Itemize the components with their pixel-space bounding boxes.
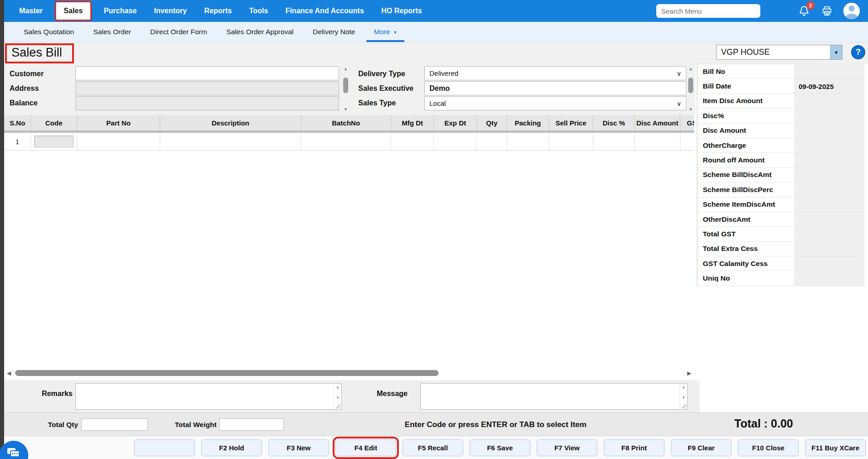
print-button[interactable] <box>821 5 833 17</box>
submenu-delivery-note[interactable]: Delivery Note <box>303 22 365 42</box>
sales-executive-field[interactable]: Demo <box>424 81 686 95</box>
scroll-down-icon[interactable]: ▼ <box>342 107 350 112</box>
total-qty-input[interactable] <box>81 418 148 431</box>
f4-edit-button[interactable]: F4 Edit <box>335 439 396 456</box>
summary-value <box>794 183 864 197</box>
delivery-type-label: Delivery Type <box>358 70 405 78</box>
title-highlight-box: Sales Bill <box>5 43 74 63</box>
sales-submenu: Sales Quotation Sales Order Direct Order… <box>4 22 868 42</box>
printer-icon <box>821 5 833 17</box>
summary-label: Item Disc Amount <box>697 94 794 108</box>
scroll-up-icon[interactable]: ▲ <box>680 385 687 389</box>
help-icon: ? <box>856 47 861 57</box>
menu-item-master[interactable]: Master <box>10 0 52 22</box>
summary-value <box>794 256 864 271</box>
f1-button[interactable] <box>134 439 195 456</box>
menu-item-inventory[interactable]: Inventory <box>145 0 195 22</box>
balance-field <box>75 96 339 110</box>
summary-value: 09-09-2025 <box>794 79 864 93</box>
user-avatar[interactable] <box>843 3 860 19</box>
branch-select[interactable]: VGP HOUSE ▼ <box>716 45 842 60</box>
submenu-direct-order-form[interactable]: Direct Order Form <box>141 22 217 42</box>
cell-packing <box>507 133 549 150</box>
column-header-qty: Qty <box>477 115 507 130</box>
column-header-disc-amount: Disc Amount <box>635 115 680 130</box>
scrollbar-thumb[interactable] <box>343 78 348 93</box>
help-button[interactable]: ? <box>851 45 865 59</box>
submenu-sales-order-approval[interactable]: Sales Order Approval <box>217 22 303 42</box>
submenu-more[interactable]: More ▼ <box>365 22 406 42</box>
summary-label: Disc Amount <box>697 124 794 138</box>
submenu-sales-quotation[interactable]: Sales Quotation <box>14 22 84 42</box>
message-textarea[interactable] <box>421 384 687 409</box>
grid-horizontal-scrollbar: ◀ ▶ <box>4 370 694 377</box>
f11-buy-xcare-button[interactable]: F11 Buy XCare <box>805 439 866 456</box>
summary-label: Scheme ItemDiscAmt <box>697 198 794 212</box>
column-header-mfg-dt: Mfg Dt <box>391 115 434 130</box>
summary-label: Bill No <box>697 64 794 78</box>
column-header-packing: Packing <box>507 115 549 130</box>
summary-value <box>794 109 864 123</box>
customer-input[interactable] <box>75 66 339 80</box>
scroll-down-icon[interactable]: ▼ <box>687 107 695 112</box>
summary-row-disc-amount: Disc Amount <box>697 124 864 138</box>
f3-new-button[interactable]: F3 New <box>268 439 329 456</box>
cell-disc-percent <box>593 133 635 150</box>
column-header-exp-dt: Exp Dt <box>434 115 477 130</box>
submenu-sales-order[interactable]: Sales Order <box>84 22 141 42</box>
menu-item-purchase[interactable]: Purchase <box>95 0 145 22</box>
chevron-down-icon: ∨ <box>677 100 681 107</box>
summary-value <box>794 198 864 212</box>
cell-mfg-dt <box>391 133 434 150</box>
resize-handle-icon[interactable] <box>681 403 686 408</box>
sales-executive-value: Demo <box>429 84 450 93</box>
cell-description <box>160 133 301 150</box>
form-panel-scrollbar: ▲ ▼ <box>687 66 695 112</box>
menu-item-sales[interactable]: Sales <box>56 2 91 20</box>
f6-save-button[interactable]: F6 Save <box>470 439 530 456</box>
scroll-down-icon[interactable]: ▼ <box>334 396 341 400</box>
search-input[interactable] <box>656 4 760 18</box>
scroll-down-icon[interactable]: ▼ <box>680 396 687 400</box>
scroll-right-icon[interactable]: ▶ <box>687 370 691 376</box>
total-weight-input[interactable] <box>219 418 284 431</box>
chevron-down-icon: ∨ <box>677 70 681 77</box>
scroll-up-icon[interactable]: ▲ <box>687 66 695 72</box>
summary-row-total-extra-cess: Total Extra Cess <box>697 242 864 256</box>
menu-item-ho-reports[interactable]: HO Reports <box>373 0 431 22</box>
dropdown-arrow-icon[interactable]: ▼ <box>830 45 842 59</box>
f5-recall-button[interactable]: F5 Recall <box>403 439 463 456</box>
f9-clear-button[interactable]: F9 Clear <box>671 439 732 456</box>
summary-row-bill-date: Bill Date 09-09-2025 <box>697 79 864 94</box>
menu-item-finance-and-accounts[interactable]: Finance And Accounts <box>277 0 372 22</box>
summary-label: Total Extra Cess <box>697 242 794 256</box>
window-left-edge <box>0 0 4 459</box>
summary-row-other-charge: OtherCharge <box>697 138 864 153</box>
cell-part-no <box>77 133 160 150</box>
scroll-up-icon[interactable]: ▲ <box>334 385 341 389</box>
submenu-more-label: More <box>374 28 390 36</box>
scrollbar-thumb[interactable] <box>15 370 439 376</box>
resize-handle-icon[interactable] <box>335 403 340 408</box>
delivery-type-select[interactable]: Delivered ∨ <box>424 66 686 80</box>
f10-close-button[interactable]: F10 Close <box>738 439 799 456</box>
code-input[interactable] <box>34 136 73 147</box>
summary-label: GST Calamity Cess <box>697 256 794 271</box>
column-header-sno: S.No <box>4 115 31 130</box>
scroll-left-icon[interactable]: ◀ <box>7 370 11 376</box>
f8-print-button[interactable]: F8 Print <box>604 439 664 456</box>
remarks-textarea[interactable] <box>76 384 341 409</box>
scrollbar-thumb[interactable] <box>688 78 693 93</box>
sales-type-select[interactable]: Local ∨ <box>424 96 686 110</box>
f7-view-button[interactable]: F7 View <box>537 439 597 456</box>
remarks-band: Remarks ▲ ▼ Message ▲ ▼ <box>4 380 700 412</box>
summary-value <box>794 124 864 138</box>
cell-gst-clipped <box>680 133 694 150</box>
main-menu: Master Sales Purchase Inventory Reports … <box>4 0 430 22</box>
item-entry-hint: Enter Code or press ENTER or TAB to sele… <box>405 420 586 429</box>
scroll-up-icon[interactable]: ▲ <box>342 66 350 72</box>
f2-hold-button[interactable]: F2 Hold <box>201 439 262 456</box>
notifications-button[interactable]: 2 <box>798 5 810 17</box>
menu-item-reports[interactable]: Reports <box>195 0 240 22</box>
menu-item-tools[interactable]: Tools <box>241 0 277 22</box>
